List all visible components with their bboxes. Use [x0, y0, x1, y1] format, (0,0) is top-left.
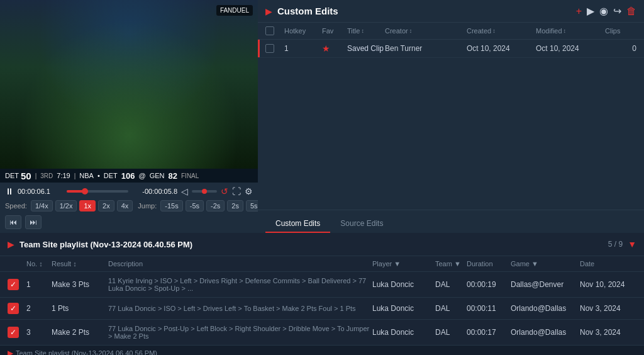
pl-player-1: Luka Doncic — [372, 280, 435, 289]
pl-row-1[interactable]: ✓ 1 Make 3 Pts 11 Kyrie Irving > ISO > L… — [0, 272, 644, 298]
prev-clip-button[interactable]: ⏮ — [5, 215, 21, 229]
refresh-icon[interactable]: ↺ — [221, 186, 228, 196]
pl-check-mark-1: ✓ — [10, 280, 16, 289]
progress-track[interactable] — [67, 190, 128, 193]
playlist-chevron-icon[interactable]: ▼ — [628, 239, 636, 249]
score-middle-label: NBA — [79, 172, 94, 179]
pl-dur-2: 00:00:11 — [467, 304, 511, 313]
col-creator-header[interactable]: Creator ↕ — [385, 27, 467, 35]
pause-button[interactable]: ⏸ — [5, 186, 14, 196]
speed-row: Speed: 1/4x 1/2x 1x 2x 4x Jump: -15s -5s… — [5, 200, 253, 211]
pl-desc-3: 77 Luka Doncic > Post-Up > Left Block > … — [108, 325, 372, 340]
pl-no-label: No. — [26, 260, 37, 268]
score-left-team-label: DET — [5, 172, 19, 179]
mini-slider[interactable] — [192, 190, 217, 193]
pl-team-header[interactable]: Team ▼ — [435, 260, 467, 268]
speed-half[interactable]: 1/2x — [55, 200, 77, 211]
eye-button[interactable]: ◉ — [599, 5, 608, 17]
pl-row-3[interactable]: ✓ 3 Make 2 Pts 77 Luka Doncic > Post-Up … — [0, 320, 644, 346]
row-fav[interactable]: ★ — [322, 43, 347, 54]
expand-icon[interactable]: ⛶ — [232, 186, 241, 196]
brand-overlay: FANDUEL — [216, 5, 253, 16]
pl-game-1: Dallas@Denver — [511, 280, 580, 289]
speed-quarter[interactable]: 1/4x — [31, 200, 53, 211]
row-created: Oct 10, 2024 — [467, 44, 536, 53]
pl-check-mark-2: ✓ — [10, 304, 16, 313]
pl-team-1: DAL — [435, 280, 467, 289]
pl-team-filter: ▼ — [454, 260, 461, 268]
pl-player-header[interactable]: Player ▼ — [372, 260, 435, 268]
playlist-total: 9 — [618, 240, 623, 249]
row-checkbox[interactable] — [265, 44, 274, 53]
pl-no-1: 1 — [26, 280, 52, 289]
pl-no-sort: ↕ — [39, 260, 43, 268]
tab-source-edits[interactable]: Source Edits — [330, 215, 393, 233]
pl-result-label: Result — [52, 260, 71, 268]
play-header-button[interactable]: ▶ — [587, 5, 594, 17]
bottom-bar: ▶ Team Site playlist (Nov-13-2024 06.40.… — [0, 346, 644, 355]
pl-dur-3: 00:00:17 — [467, 328, 511, 337]
pl-game-header[interactable]: Game ▼ — [511, 260, 580, 268]
pl-team-label: Team — [435, 260, 452, 268]
pl-no-2: 2 — [26, 304, 52, 313]
playlist-title: Team Site playlist (Nov-13-2024 06.40.56… — [19, 240, 603, 249]
created-sort-icon: ↕ — [492, 28, 496, 34]
delete-button[interactable]: 🗑 — [626, 6, 636, 17]
col-check-header — [265, 26, 284, 35]
playlist-header: ▶ Team Site playlist (Nov-13-2024 06.40.… — [0, 233, 644, 256]
arrow-left-icon[interactable]: ◁ — [181, 186, 188, 196]
table-row[interactable]: 1 ★ Saved Clip Ben Turner Oct 10, 2024 O… — [258, 40, 644, 58]
settings-icon[interactable]: ⚙ — [245, 186, 253, 196]
jump-plus2[interactable]: 2s — [227, 200, 243, 211]
row-title: Saved Clip — [347, 44, 385, 53]
pl-no-header[interactable]: No. ↕ — [26, 260, 52, 268]
speed-1x[interactable]: 1x — [79, 200, 96, 211]
next-clip-button[interactable]: ⏭ — [25, 215, 42, 229]
video-court — [0, 0, 258, 169]
pl-result-header[interactable]: Result ↕ — [52, 260, 108, 268]
score-qtr: 3RD — [40, 172, 53, 179]
pl-result-sort: ↕ — [73, 260, 77, 268]
progress-thumb — [82, 188, 88, 194]
top-section: FANDUEL DET 50 | 3RD 7:19 | NBA • DET 10… — [0, 0, 644, 233]
mini-slider-thumb — [202, 189, 207, 194]
speed-4x[interactable]: 4x — [117, 200, 133, 211]
share-button[interactable]: ↪ — [613, 5, 621, 17]
scorebar: DET 50 | 3RD 7:19 | NBA • DET 106 @ GEN … — [0, 169, 258, 183]
header-checkbox[interactable] — [265, 26, 274, 35]
pl-player-filter: ▼ — [394, 260, 401, 268]
col-title-header[interactable]: Title ↕ — [347, 27, 385, 35]
time-remaining: -00:00:05.8 — [132, 188, 177, 195]
pl-dur-1: 00:00:19 — [467, 280, 511, 289]
row-modified: Oct 10, 2024 — [536, 44, 605, 53]
video-panel: FANDUEL DET 50 | 3RD 7:19 | NBA • DET 10… — [0, 0, 258, 233]
pl-checkbox-3[interactable]: ✓ — [8, 327, 19, 338]
col-hotkey-header[interactable]: Hotkey — [284, 27, 322, 35]
speed-label: Speed: — [5, 202, 27, 210]
col-creator-label: Creator — [385, 27, 408, 35]
speed-2x[interactable]: 2x — [98, 200, 114, 211]
jump-minus5[interactable]: -5s — [186, 200, 204, 211]
pl-checkbox-1[interactable]: ✓ — [8, 279, 19, 290]
main-container: FANDUEL DET 50 | 3RD 7:19 | NBA • DET 10… — [0, 0, 644, 355]
add-button[interactable]: + — [576, 6, 582, 17]
pl-checkbox-2[interactable]: ✓ — [8, 303, 19, 314]
col-created-header[interactable]: Created ↕ — [467, 27, 536, 35]
det-score: • — [97, 172, 100, 179]
pl-date-1: Nov 10, 2024 — [580, 280, 636, 289]
pl-row-2[interactable]: ✓ 2 1 Pts 77 Luka Doncic > ISO > Left > … — [0, 298, 644, 320]
right-panel: ▶ Custom Edits + ▶ ◉ ↪ 🗑 Hotkey Fav T — [258, 0, 644, 233]
playlist-table-header: No. ↕ Result ↕ Description Player ▼ Team… — [0, 256, 644, 272]
den-score-label: GEN — [150, 172, 165, 179]
pl-player-2: Luka Doncic — [372, 304, 435, 313]
jump-minus15[interactable]: -15s — [160, 200, 182, 211]
jump-minus2[interactable]: -2s — [206, 200, 225, 211]
col-modified-header[interactable]: Modified ↕ — [536, 27, 605, 35]
pl-team-3: DAL — [435, 328, 467, 337]
playlist-play-icon[interactable]: ▶ — [8, 239, 14, 249]
pl-game-label: Game — [511, 260, 530, 268]
pl-team-2: DAL — [435, 304, 467, 313]
creator-sort-icon: ↕ — [409, 28, 413, 34]
score-left-team: DET 50 — [5, 171, 31, 181]
tab-custom-edits[interactable]: Custom Edits — [265, 215, 330, 233]
